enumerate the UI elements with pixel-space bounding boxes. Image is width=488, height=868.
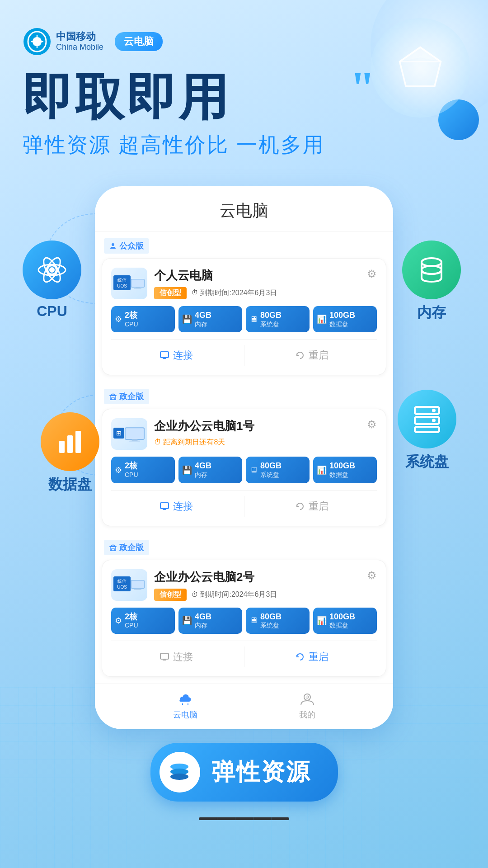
logo-en: China Mobile [56,42,103,52]
cta-button[interactable]: 弹性资源 [150,743,338,802]
cpu-label: CPU [37,303,67,320]
cpu-spec-icon-1: ⚙ [115,314,122,324]
svg-rect-32 [160,503,169,509]
pc-tag-row-2: ⏱ 距离到期日还有8天 [154,438,360,447]
sys-disk-circle-icon [398,390,456,448]
layers-icon [167,760,192,785]
storage-icon [411,403,443,435]
data-spec-icon-2: 📊 [317,465,327,475]
spec-info-cpu-2: 2核 CPU [125,461,171,478]
action-row-2: 连接 重启 [111,490,377,517]
card-gear-1[interactable]: ⚙ [367,268,377,280]
pc-expire-3: ⏱ 到期时间:2024年6月3日 [191,590,277,599]
phone-area: CPU 数据盘 内存 [41,186,447,729]
spec-data-2: 📊 100GB 数据盘 [313,457,377,483]
cta-label: 弹性资源 [211,756,311,788]
cta-section: 弹性资源 [0,729,488,811]
svg-rect-19 [415,427,439,432]
version-public-badge: 公众版 [104,238,149,254]
svg-point-11 [49,267,55,273]
sys-disk-label: 系统盘 [405,452,449,472]
spec-info-cpu-3: 2核 CPU [125,612,171,629]
spec-info-data-3: 100GB 数据盘 [329,612,373,629]
action-divider-2 [244,496,244,517]
svg-rect-29 [125,428,144,439]
svg-marker-34 [110,545,116,547]
spec-info-cpu-1: 2核 CPU [125,311,171,328]
cloud-nav-icon [177,691,193,707]
specs-row-1: ⚙ 2核 CPU 💾 4GB 内存 🖥 80GB [111,306,377,332]
user-nav-icon [299,691,315,707]
version-gov-row-2: 政企版 [95,533,393,557]
pc-tag-row-1: 信创型 ⏱ 到期时间:2024年6月3日 [154,287,360,299]
svg-point-40 [306,696,309,698]
pc-info-3: 企业办公云电脑2号 信创型 ⏱ 到期时间:2024年6月3日 [154,569,360,601]
hero-subtitle: 弹性资源 超高性价比 一机多用 [23,131,465,159]
connect-icon-2 [160,501,169,511]
monitor-icon-2 [124,426,145,442]
sys-spec-icon-3: 🖥 [249,616,258,625]
spec-info-mem-1: 4GB 内存 [195,311,239,328]
spec-mem-2: 💾 4GB 内存 [178,457,242,483]
svg-point-21 [432,419,436,422]
svg-point-43 [170,774,188,780]
pc-name-2: 企业办公云电脑1号 [154,418,360,434]
restart-btn-1[interactable]: 重启 [247,345,377,366]
mem-spec-icon-2: 💾 [182,465,192,475]
nav-cloud-label: 云电脑 [173,709,197,720]
hero-quote: " [350,65,375,110]
connect-btn-2[interactable]: 连接 [111,496,242,517]
spec-sys-2: 🖥 80GB 系统盘 [246,457,310,483]
data-disk-circle-icon [41,412,99,471]
nav-mine[interactable]: 我的 [299,691,315,720]
restart-btn-2[interactable]: 重启 [247,496,377,517]
database-icon [416,254,447,286]
connect-btn-3[interactable]: 连接 [111,646,242,667]
spec-mem-1: 💾 4GB 内存 [178,306,242,332]
pc-tag-model-1: 信创型 [154,287,187,299]
pc-card-1: 统信UOS 个人云电脑 信创型 ⏱ 到期时间:2024年6月3日 ⚙ [102,258,386,375]
pc-tag-row-3: 信创型 ⏱ 到期时间:2024年6月3日 [154,589,360,601]
logo-cn: 中国移动 [56,31,103,42]
card-gear-3[interactable]: ⚙ [367,569,377,582]
connect-icon-3 [160,652,169,662]
spec-info-mem-3: 4GB 内存 [195,612,239,629]
pc-info-1: 个人云电脑 信创型 ⏱ 到期时间:2024年6月3日 [154,268,360,299]
pc-info-2: 企业办公云电脑1号 ⏱ 距离到期日还有8天 [154,418,360,447]
version-public-row: 公众版 [95,231,393,256]
specs-row-2: ⚙ 2核 CPU 💾 4GB 内存 🖥 80GB [111,457,377,483]
spec-info-sys-1: 80GB 系统盘 [260,311,306,328]
pc-screen-icon-1: 统信UOS [111,268,147,299]
connect-btn-1[interactable]: 连接 [111,345,242,366]
monitor-icon-1 [131,276,145,292]
nav-mine-label: 我的 [299,709,315,720]
action-row-3: 连接 重启 [111,641,377,667]
restart-icon-1 [295,350,305,360]
svg-rect-12 [59,441,65,453]
restart-icon-2 [295,501,305,511]
spec-data-3: 📊 100GB 数据盘 [313,608,377,634]
pc-screen-icon-2: ⊞ [111,418,147,450]
version-gov-badge-2: 政企版 [104,540,149,555]
cpu-spec-icon-2: ⚙ [115,465,122,475]
svg-rect-14 [75,431,81,453]
pc-expire-warn-2: ⏱ 距离到期日还有8天 [154,438,225,447]
phone-bottom-nav: 云电脑 我的 [95,684,393,729]
sys-spec-icon-1: 🖥 [249,315,258,324]
float-memory-label: 内存 [402,241,461,323]
data-spec-icon-3: 📊 [317,616,327,626]
spec-cpu-2: ⚙ 2核 CPU [111,457,175,483]
china-mobile-logo-icon [23,27,52,56]
spec-info-mem-2: 4GB 内存 [195,461,239,478]
card-gear-2[interactable]: ⚙ [367,418,377,431]
specs-row-3: ⚙ 2核 CPU 💾 4GB 内存 🖥 80GB [111,608,377,634]
pc-name-3: 企业办公云电脑2号 [154,569,360,585]
restart-btn-3[interactable]: 重启 [247,646,377,667]
pc-tag-model-3: 信创型 [154,589,187,601]
svg-point-22 [112,243,114,246]
memory-circle-icon [402,241,461,299]
connect-icon-1 [160,350,169,360]
nav-cloud-pc[interactable]: 云电脑 [173,691,197,720]
svg-rect-35 [131,580,145,589]
sys-spec-icon-2: 🖥 [249,465,258,475]
